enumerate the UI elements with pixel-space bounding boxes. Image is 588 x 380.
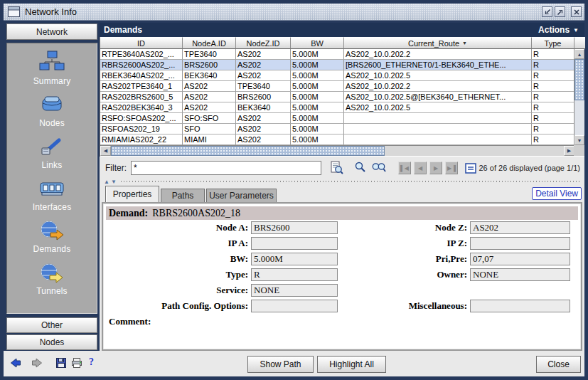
scrollbar-corner: [574, 145, 584, 156]
table-row[interactable]: RSFOAS202_19SFOAS2025.000MR: [100, 124, 574, 134]
back-icon[interactable]: [10, 357, 22, 369]
table-cell-id: RAS202BRS2600_5: [100, 92, 183, 102]
scroll-down-icon[interactable]: ▼: [574, 135, 584, 145]
sidebar-item-demands[interactable]: Demands: [33, 218, 71, 254]
minimize-window-icon[interactable]: [542, 6, 552, 17]
show-path-button[interactable]: Show Path: [247, 356, 314, 373]
field-value[interactable]: [251, 237, 338, 250]
sidebar-item-interfaces[interactable]: Interfaces: [33, 176, 72, 212]
save-icon[interactable]: [55, 357, 68, 369]
field-value[interactable]: [470, 237, 570, 250]
column-header-current_route[interactable]: Current_Route▼: [344, 37, 532, 49]
table-cell-node_a: BEK3640: [183, 70, 236, 81]
table-row[interactable]: RAS202BRS2600_5AS202BRS26005.000MAS202_1…: [100, 92, 574, 102]
table-cell-node_a: TPE3640: [183, 49, 236, 60]
vertical-scrollbar[interactable]: ▲ ▼: [574, 49, 584, 145]
table-row[interactable]: RSFO:SFOAS202_...SFO:SFOAS2025.000MR: [100, 113, 574, 124]
splitter-grip[interactable]: [121, 181, 582, 182]
tab-user-parameters[interactable]: User Parameters: [206, 189, 277, 202]
sidebar-item-links[interactable]: Links: [39, 134, 65, 170]
pagination-status: 26 of 26 displayed (page 1/1): [479, 164, 581, 172]
table-cell-current_route: AS202_10.0.202.2: [344, 49, 532, 60]
column-header-nodez.id[interactable]: NodeZ.ID: [236, 37, 291, 49]
sidebar-section-network-button[interactable]: Network: [6, 23, 97, 40]
vertical-scrollbar-thumb[interactable]: [574, 59, 584, 100]
table-cell-bw: 5.000M: [291, 70, 344, 81]
filter-search-document-icon[interactable]: [330, 161, 344, 175]
column-header-nodea.id[interactable]: NodeA.ID: [183, 37, 236, 49]
table-cell-bw: 5.000M: [291, 102, 344, 113]
actions-menu-button[interactable]: Actions ▼: [538, 23, 579, 37]
sidebar-section-other-button[interactable]: Other: [6, 317, 97, 333]
table-cell-id: RMIAMIAS202_22: [100, 134, 183, 145]
demands-icon: [39, 218, 65, 243]
page-list-icon[interactable]: [465, 163, 476, 174]
sidebar-section-nodes-button[interactable]: Nodes: [6, 334, 97, 350]
field-value[interactable]: NONE: [251, 284, 338, 297]
close-window-icon[interactable]: [571, 6, 582, 17]
sidebar-item-nodes[interactable]: Nodes: [39, 93, 65, 128]
filter-input[interactable]: [131, 161, 321, 175]
table-cell-id: RBRS2600AS202_...: [100, 60, 183, 70]
sidebar-item-summary[interactable]: Summary: [33, 51, 71, 86]
scroll-up-icon[interactable]: ▲: [574, 49, 584, 59]
demands-table: IDNodeA.IDNodeZ.IDBWCurrent_Route▼Type R…: [100, 37, 584, 157]
table-cell-type: R: [532, 60, 574, 70]
split-pane-divider[interactable]: ▲▼: [100, 178, 584, 185]
field-label: BW:: [106, 253, 248, 265]
zoom-icon[interactable]: [354, 161, 367, 175]
window-titlebar: Network Info: [4, 4, 584, 21]
field-value[interactable]: AS202: [470, 221, 570, 234]
scroll-right-icon[interactable]: ▶: [564, 146, 574, 156]
table-cell-node_z: AS202: [236, 124, 291, 134]
field-value[interactable]: [251, 300, 338, 312]
field-value[interactable]: NONE: [470, 268, 570, 281]
field-value[interactable]: BRS2600: [251, 221, 338, 234]
column-header-type[interactable]: Type: [532, 37, 574, 49]
table-cell-id: RAS202BEK3640_3: [100, 102, 183, 113]
column-header-label: BW: [311, 39, 324, 48]
forward-icon[interactable]: [31, 357, 43, 369]
table-row[interactable]: RTPE3640AS202_...TPE3640AS2025.000MAS202…: [100, 49, 574, 60]
table-cell-node_z: AS202: [236, 134, 291, 145]
sidebar-item-tunnels[interactable]: Tunnels: [36, 260, 68, 296]
tab-properties[interactable]: Properties: [105, 186, 159, 202]
column-header-bw[interactable]: BW: [291, 37, 344, 49]
help-icon[interactable]: ?: [89, 357, 94, 368]
print-icon[interactable]: [71, 357, 83, 369]
next-page-icon[interactable]: ▶: [429, 162, 442, 174]
table-cell-bw: 5.000M: [291, 113, 344, 124]
column-header-id[interactable]: ID: [100, 37, 183, 49]
table-body: RTPE3640AS202_...TPE3640AS2025.000MAS202…: [100, 49, 574, 145]
table-row[interactable]: RMIAMIAS202_22MIAMIAS2025.000MR: [100, 134, 574, 145]
tab-paths[interactable]: Paths: [161, 189, 205, 202]
maximize-window-icon[interactable]: [555, 6, 565, 17]
last-page-icon[interactable]: ▶▐: [445, 162, 458, 174]
detail-view-button[interactable]: Detail View: [532, 187, 582, 200]
field-value[interactable]: 5.000M: [251, 253, 338, 265]
table-cell-type: R: [532, 113, 574, 124]
horizontal-scrollbar-thumb[interactable]: [111, 146, 385, 156]
table-row[interactable]: RAS202BEK3640_3AS202BEK36405.000MAS202_1…: [100, 102, 574, 113]
table-cell-node_a: SFO: [183, 124, 236, 134]
demands-panel-title: Demands: [104, 25, 142, 35]
field-value[interactable]: R: [251, 268, 338, 281]
first-page-icon[interactable]: ▌◀: [398, 162, 411, 174]
table-cell-id: RTPE3640AS202_...: [100, 49, 183, 60]
sort-descending-icon: ▼: [462, 41, 467, 46]
window-title: Network Info: [25, 6, 77, 17]
scroll-left-icon[interactable]: ◀: [100, 146, 111, 156]
zoom-all-icon[interactable]: [371, 161, 387, 175]
comment-label: Comment:: [109, 316, 151, 327]
field-value[interactable]: 07,07: [470, 253, 570, 265]
previous-page-icon[interactable]: ◀: [414, 162, 427, 174]
table-row[interactable]: RBRS2600AS202_...BRS2600AS2025.000M[BRS2…: [100, 60, 574, 70]
sidebar-item-label: Tunnels: [36, 286, 68, 296]
close-button[interactable]: Close: [536, 356, 581, 373]
horizontal-scrollbar[interactable]: ◀ ▶: [100, 145, 574, 156]
table-row[interactable]: RBEK3640AS202_...BEK3640AS2025.000MAS202…: [100, 70, 574, 81]
field-value[interactable]: [470, 300, 570, 312]
splitter-collapse-icons[interactable]: ▲▼: [104, 179, 118, 185]
table-row[interactable]: RAS202TPE3640_1AS202TPE36405.000MAS202_1…: [100, 81, 574, 92]
highlight-all-button[interactable]: Highlight All: [317, 356, 386, 373]
